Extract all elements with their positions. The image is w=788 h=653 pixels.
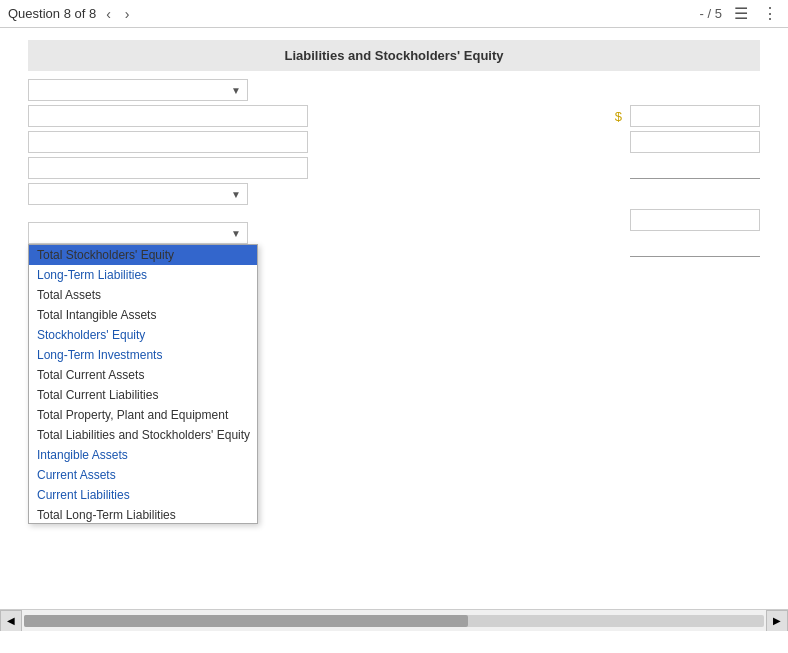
- row-3-left: [28, 131, 348, 153]
- row-5-left: ▼: [28, 183, 348, 205]
- dropdown-item[interactable]: Total Liabilities and Stockholders' Equi…: [29, 425, 257, 445]
- scroll-left-button[interactable]: ◀: [0, 610, 22, 632]
- more-button[interactable]: ⋮: [760, 2, 780, 25]
- row-3-right: [630, 131, 760, 153]
- dropdown-item[interactable]: Total Assets: [29, 285, 257, 305]
- scroll-right-button[interactable]: ▶: [766, 610, 788, 632]
- dropdown-6[interactable]: ▼: [28, 222, 248, 244]
- value-input-2[interactable]: [630, 105, 760, 127]
- prev-button[interactable]: ‹: [102, 4, 115, 24]
- top-bar-right: - / 5 ☰ ⋮: [700, 2, 780, 25]
- dropdown-item[interactable]: Total Long-Term Liabilities: [29, 505, 257, 524]
- dropdown-list-open: Total Stockholders' EquityLong-Term Liab…: [28, 244, 258, 524]
- chevron-down-icon: ▼: [231, 85, 241, 96]
- top-bar-left: Question 8 of 8 ‹ ›: [8, 4, 134, 24]
- row-2: $: [0, 105, 788, 127]
- dropdown-1[interactable]: ▼: [28, 79, 248, 101]
- chevron-down-icon-6: ▼: [231, 228, 241, 239]
- dropdown-item[interactable]: Total Stockholders' Equity: [29, 245, 257, 265]
- label-input-4[interactable]: [28, 157, 308, 179]
- scroll-thumb: [24, 615, 468, 627]
- label-input-2[interactable]: [28, 105, 308, 127]
- row-2-right: $: [615, 105, 760, 127]
- section-header: Liabilities and Stockholders' Equity: [28, 40, 760, 71]
- dropdown-item[interactable]: Stockholders' Equity: [29, 325, 257, 345]
- next-button[interactable]: ›: [121, 4, 134, 24]
- dropdown-item[interactable]: Long-Term Liabilities: [29, 265, 257, 285]
- value-input-6a[interactable]: [630, 209, 760, 231]
- top-bar: Question 8 of 8 ‹ › - / 5 ☰ ⋮: [0, 0, 788, 28]
- content-body: Liabilities and Stockholders' Equity ▼ $: [0, 28, 788, 631]
- dropdown-item[interactable]: Current Assets: [29, 465, 257, 485]
- dropdown-item[interactable]: Intangible Assets: [29, 445, 257, 465]
- value-input-4[interactable]: [630, 157, 760, 179]
- row-3: [0, 131, 788, 153]
- row-6: ▼ Total Stockholders' EquityLong-Term Li…: [0, 209, 788, 257]
- dropdown-item[interactable]: Long-Term Investments: [29, 345, 257, 365]
- dollar-sign: $: [615, 109, 622, 124]
- row-1: ▼: [0, 79, 788, 101]
- dropdown-item[interactable]: Current Liabilities: [29, 485, 257, 505]
- dropdown-5[interactable]: ▼: [28, 183, 248, 205]
- row-4: [0, 157, 788, 179]
- scroll-track[interactable]: [24, 615, 764, 627]
- dropdown-item[interactable]: Total Property, Plant and Equipment: [29, 405, 257, 425]
- dropdown-item[interactable]: Total Intangible Assets: [29, 305, 257, 325]
- question-title: Question 8 of 8: [8, 6, 96, 21]
- row-2-left: [28, 105, 348, 127]
- dropdown-item[interactable]: Total Current Liabilities: [29, 385, 257, 405]
- list-button[interactable]: ☰: [732, 2, 750, 25]
- scrollbar: ◀ ▶: [0, 609, 788, 631]
- chevron-down-icon-5: ▼: [231, 189, 241, 200]
- main-content: Liabilities and Stockholders' Equity ▼ $: [0, 28, 788, 631]
- value-input-6b[interactable]: [630, 235, 760, 257]
- value-input-3[interactable]: [630, 131, 760, 153]
- row-4-left: [28, 157, 348, 179]
- score-display: - / 5: [700, 6, 722, 21]
- row-5: ▼: [0, 183, 788, 205]
- dropdown-item[interactable]: Total Current Assets: [29, 365, 257, 385]
- label-input-3[interactable]: [28, 131, 308, 153]
- row-1-left: ▼: [28, 79, 348, 101]
- row-6-left: ▼ Total Stockholders' EquityLong-Term Li…: [28, 222, 348, 244]
- row-4-right: [630, 157, 760, 179]
